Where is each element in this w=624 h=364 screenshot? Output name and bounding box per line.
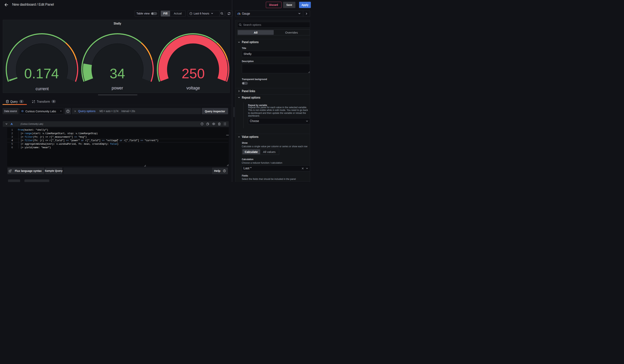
svg-text:79: 79 <box>238 13 240 15</box>
